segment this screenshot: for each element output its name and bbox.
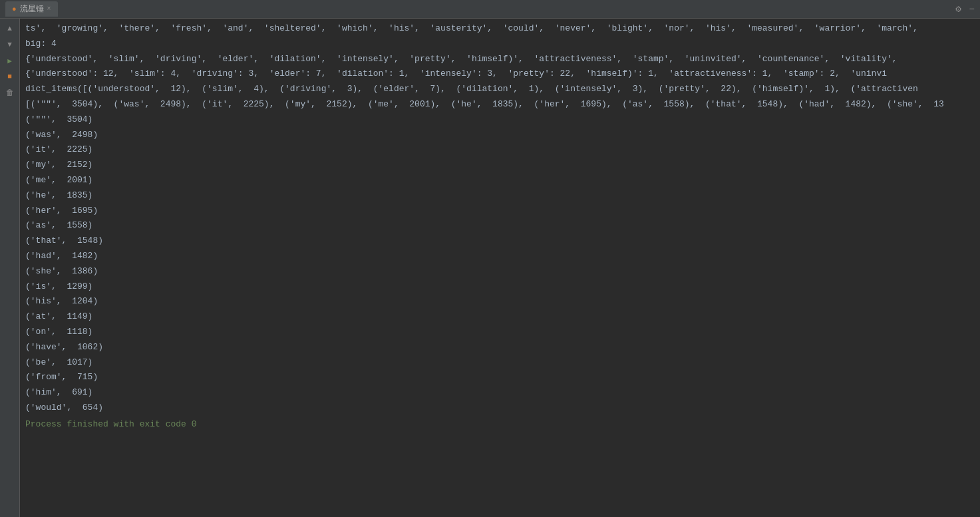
console-line: ('that', 1548) [20,234,980,249]
up-arrow-icon: ▲ [7,25,12,33]
console-line: ('it', 2225) [20,142,980,158]
console-line: ('was', 2498) [20,128,980,143]
stop-button[interactable]: ■ [3,69,17,84]
title-bar: ● 流星锤 × ⚙ − [0,0,980,19]
console-line: ('have', 1062) [20,340,980,355]
tab-icon: ● [12,5,17,13]
console-line: ('be', 1017) [20,355,980,371]
console-line: ('would', 654) [20,401,980,416]
left-gutter: ▲ ▼ ▶ ■ 🗑 [0,19,20,517]
console-line: ('on', 1118) [20,325,980,340]
console-output[interactable]: ts', 'growing', 'there', 'fresh', 'and',… [20,19,980,517]
console-line: [('""', 3504), ('was', 2498), ('it', 222… [20,97,980,112]
minimize-icon[interactable]: − [969,4,975,15]
console-line: ('is', 1299) [20,279,980,295]
console-line: Process finished with exit code 0 [20,417,980,432]
console-line: ('his', 1204) [20,294,980,309]
console-line: {'understood', 'slim', 'driving', 'elder… [20,52,980,67]
clear-button[interactable]: 🗑 [3,85,17,100]
console-line: {'understood': 12, 'slim': 4, 'driving':… [20,67,980,82]
console-line: dict_items([('understood', 12), ('slim',… [20,82,980,97]
run-button[interactable]: ▶ [3,53,17,68]
console-line: ('my', 2152) [20,158,980,173]
stop-icon: ■ [7,73,12,81]
console-line: ('at', 1149) [20,309,980,325]
console-line: ('from', 715) [20,370,980,385]
console-line: ('""', 3504) [20,112,980,128]
console-line: ('had', 1482) [20,249,980,264]
tab-label: 流星锤 [20,3,44,15]
console-line: ('her', 1695) [20,204,980,219]
title-bar-right: ⚙ − [955,3,975,15]
console-line: ts', 'growing', 'there', 'fresh', 'and',… [20,21,980,37]
down-arrow-icon: ▼ [7,41,12,49]
console-line: ('him', 691) [20,385,980,401]
tab-liuxingchui[interactable]: ● 流星锤 × [5,1,58,17]
console-line: big: 4 [20,37,980,52]
trash-icon: 🗑 [6,88,14,98]
console-line: ('he', 1835) [20,188,980,204]
gear-icon[interactable]: ⚙ [955,3,961,15]
tab-close-button[interactable]: × [47,5,51,13]
console-line: ('as', 1558) [20,218,980,234]
title-bar-left: ● 流星锤 × [5,1,58,17]
main-layout: ▲ ▼ ▶ ■ 🗑 ts', 'growing', 'there', 'fres… [0,19,980,517]
scroll-up-button[interactable]: ▲ [3,21,17,36]
console-line: ('me', 2001) [20,173,980,188]
scroll-down-button[interactable]: ▼ [3,37,17,52]
console-line: ('she', 1386) [20,264,980,279]
run-icon: ▶ [7,57,12,65]
